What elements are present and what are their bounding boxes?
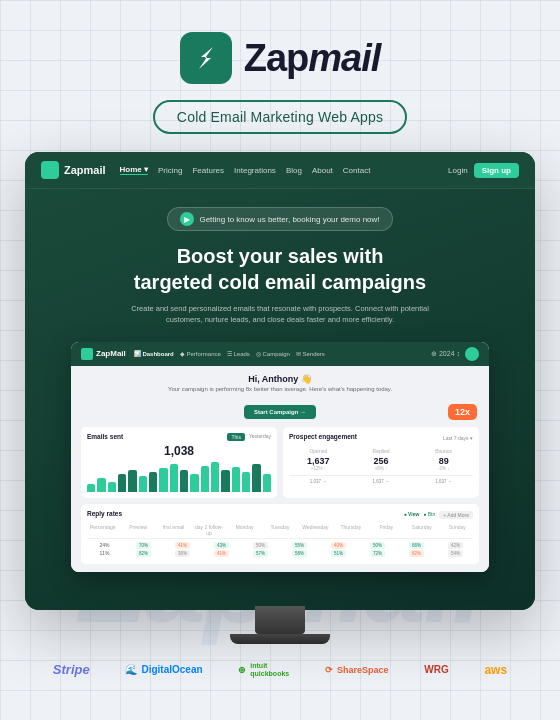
prospect-opened-sub: +12% ↑ <box>289 466 348 471</box>
mockup-logo: Zapmail <box>41 161 106 179</box>
svg-marker-0 <box>199 47 213 69</box>
reply-btn-blue[interactable]: ● Btn <box>423 511 435 519</box>
rt-badge-1-5: 51% <box>331 550 346 557</box>
reply-view-all[interactable]: ● View <box>404 511 420 519</box>
rt-badge-1-7: 62% <box>409 550 424 557</box>
prospect-replied-num: 256 <box>352 456 411 466</box>
chart-bar <box>221 470 229 492</box>
demo-badge-text: Getting to know us better, booking your … <box>199 215 379 224</box>
rt-header-tue: Tuesday <box>264 524 295 536</box>
prospect-filter[interactable]: Last 7 days ▾ <box>443 435 473 441</box>
dash-cta-button[interactable]: Start Campaign → <box>244 405 316 419</box>
hero-title-line2: targeted cold email campaigns <box>134 271 426 293</box>
brand-name: Zapmail <box>244 37 381 80</box>
nav-right: Login Sign up <box>448 163 519 178</box>
rt-header-preview: Preview <box>122 524 153 536</box>
chart-bar <box>87 484 95 492</box>
rt-badge-0-1: 41% <box>175 542 190 549</box>
rt-header-sat: Saturday <box>406 524 437 536</box>
multiplier-badge: 12x <box>448 404 477 420</box>
nav-home[interactable]: Home ▾ <box>120 165 148 175</box>
stand-neck <box>255 606 305 634</box>
rt-header-first: first email <box>158 524 189 536</box>
page-wrapper: Zapmail Zapmail Zapmail Cold Email Marke… <box>0 0 560 720</box>
prospect-cols: Opened 1,637 +12% ↑ Replied 256 +8% ↑ <box>289 448 473 471</box>
prospect-opened: Opened 1,637 +12% ↑ <box>289 448 348 471</box>
dash-nav-leads[interactable]: ☰ Leads <box>227 350 250 357</box>
logo-row: Zapmail <box>180 32 381 84</box>
dash-date: ⊕ 2024 ↕ <box>431 350 460 358</box>
table-row: 11% 82% 36% 41% 57% 58% 51% 72% 62% 54% <box>87 550 473 556</box>
dash-logo-icon <box>81 348 93 360</box>
dash-nav-performance[interactable]: ◆ Performance <box>180 350 221 357</box>
chart-bar <box>128 470 136 492</box>
dash-brand: ZapMail <box>96 349 126 358</box>
nav-contact[interactable]: Contact <box>343 166 371 175</box>
nav-integrations[interactable]: Integrations <box>234 166 276 175</box>
main-card: Zapmail Home ▾ Pricing Features Integrat… <box>25 152 535 610</box>
nav-pricing[interactable]: Pricing <box>158 166 182 175</box>
rt-badge-0-0: 70% <box>136 542 151 549</box>
chart-bar <box>159 468 167 492</box>
rt-header-fri: Friday <box>371 524 402 536</box>
dash-nav-campaign[interactable]: ◎ Campaign <box>256 350 290 357</box>
quickbooks-label: intuit quickbooks <box>250 662 289 679</box>
filter-this[interactable]: This <box>227 433 244 441</box>
dash-content-row: Emails sent This Yesterday 1,038 <box>81 427 479 498</box>
dash-greeting: Hi, Anthony 👋 <box>81 374 479 384</box>
prospect-bounce: Bounce 89 -2% ↓ <box>414 448 473 471</box>
hero-subtitle: Create and send personalized emails that… <box>130 303 430 326</box>
prospect-replied-sub: +8% ↑ <box>352 466 411 471</box>
chart-bar <box>118 474 126 492</box>
prospect-replied: Replied 256 +8% ↑ <box>352 448 411 471</box>
partner-aws: aws <box>484 663 507 677</box>
filter-yesterday[interactable]: Yesterday <box>249 433 271 441</box>
digitalocean-label: DigitalOcean <box>141 664 202 675</box>
chart-bar <box>108 482 116 492</box>
rt-badge-1-8: 54% <box>448 550 463 557</box>
rt-badge-1-4: 58% <box>292 550 307 557</box>
hero-title-line1: Boost your sales with <box>177 245 384 267</box>
dash-nav-dashboard[interactable]: 📊 Dashboard <box>134 350 174 357</box>
digitalocean-icon: 🌊 <box>125 664 137 675</box>
partners-section: Stripe 🌊 DigitalOcean ⊕ intuit quickbook… <box>25 648 535 693</box>
dash-nav-senders[interactable]: ✉ Senders <box>296 350 325 357</box>
demo-badge[interactable]: ▶ Getting to know us better, booking you… <box>167 207 392 231</box>
stripe-icon: Stripe <box>53 662 90 677</box>
rt-badge-0-4: 55% <box>292 542 307 549</box>
prospect-totals: 1,037 → 1,637 → 1,637 → <box>289 475 473 484</box>
chart-bar <box>97 478 105 492</box>
prospect-total-0: 1,037 → <box>289 479 348 484</box>
rt-badge-0-5: 40% <box>331 542 346 549</box>
table-row: 24% 70% 41% 43% 50% 55% 40% 50% 66% 42% <box>87 542 473 548</box>
zapmail-logo-svg <box>191 43 221 73</box>
nav-about[interactable]: About <box>312 166 333 175</box>
mini-chart <box>87 462 271 492</box>
rt-badge-0-3: 50% <box>253 542 268 549</box>
nav-links: Home ▾ Pricing Features Integrations Blo… <box>120 165 435 175</box>
nav-features[interactable]: Features <box>192 166 224 175</box>
mockup-hero: ▶ Getting to know us better, booking you… <box>25 189 535 610</box>
rt-badge-0-7: 66% <box>409 542 424 549</box>
prospect-bounce-num: 89 <box>414 456 473 466</box>
reply-add-more[interactable]: + Add More <box>439 511 473 519</box>
nav-login-btn[interactable]: Login <box>448 166 468 175</box>
nav-blog[interactable]: Blog <box>286 166 302 175</box>
dash-body: Hi, Anthony 👋 Your campaign is performin… <box>71 366 489 572</box>
nav-signup-btn[interactable]: Sign up <box>474 163 519 178</box>
prospect-title: Prospect engagement <box>289 433 357 440</box>
chart-bar <box>180 470 188 492</box>
rt-header-day2: day 2 follow-up <box>193 524 224 536</box>
reply-table: Reply rates ● View ● Btn + Add More Perc… <box>81 504 479 564</box>
reply-table-header: Percentage Preview first email day 2 fol… <box>87 524 473 539</box>
emails-sent-card: Emails sent This Yesterday 1,038 <box>81 427 277 498</box>
partner-sharespace: ⟳ ShareSpace <box>325 665 389 675</box>
mockup-brand: Zapmail <box>64 164 106 176</box>
prospect-bounce-label: Bounce <box>414 448 473 454</box>
dash-avatar <box>465 347 479 361</box>
prospect-total-1: 1,637 → <box>352 479 411 484</box>
quickbooks-icon: ⊕ <box>238 665 246 675</box>
dash-right: ⊕ 2024 ↕ <box>431 347 479 361</box>
chart-bar <box>252 464 260 492</box>
monitor-stand <box>230 606 330 644</box>
